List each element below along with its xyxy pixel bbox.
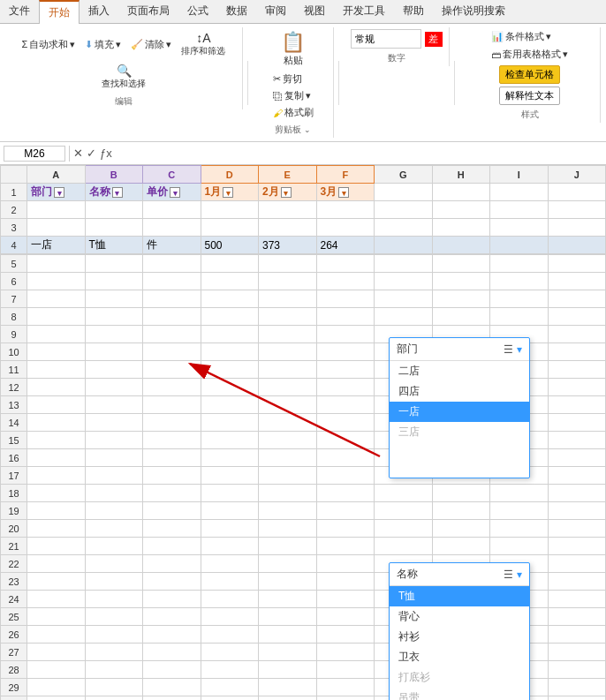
tab-review[interactable]: 审阅 xyxy=(256,0,295,23)
filter-name-item-2[interactable]: 衬衫 xyxy=(390,627,529,647)
cell-G8[interactable] xyxy=(375,308,433,326)
cell-E20[interactable] xyxy=(259,520,317,538)
cell-I4[interactable] xyxy=(490,237,549,254)
cell-F5[interactable] xyxy=(316,255,375,273)
cell-F18[interactable] xyxy=(316,485,375,502)
cell-C25[interactable] xyxy=(143,608,201,626)
cell-C24[interactable] xyxy=(143,591,201,608)
cell-D27[interactable] xyxy=(201,644,259,661)
cell-J2[interactable] xyxy=(548,201,606,219)
cell-B2[interactable] xyxy=(85,201,143,219)
cell-F21[interactable] xyxy=(316,538,375,555)
cell-F28[interactable] xyxy=(316,661,375,679)
cell-J21[interactable] xyxy=(548,538,606,555)
cell-C13[interactable] xyxy=(143,396,201,414)
autosum-button[interactable]: Σ 自动求和 ▾ xyxy=(19,37,80,52)
cell-A14[interactable] xyxy=(27,414,86,432)
cell-H7[interactable] xyxy=(432,290,490,308)
cell-G3[interactable] xyxy=(375,219,433,237)
cell-G2[interactable] xyxy=(375,201,433,219)
cell-J25[interactable] xyxy=(548,608,606,626)
cell-C4[interactable]: 件 xyxy=(143,237,201,254)
tab-formula[interactable]: 公式 xyxy=(178,0,217,23)
cell-F1[interactable]: 3月▾ xyxy=(316,184,375,201)
cell-C5[interactable] xyxy=(143,255,201,273)
cell-I6[interactable] xyxy=(490,273,549,290)
cell-J13[interactable] xyxy=(548,396,606,414)
filter-name-item-0[interactable]: T恤 xyxy=(390,586,529,606)
cell-A21[interactable] xyxy=(27,538,86,555)
cell-B5[interactable] xyxy=(85,255,143,273)
cell-G19[interactable] xyxy=(375,502,433,520)
tab-layout[interactable]: 页面布局 xyxy=(118,0,178,23)
filter-dept-list-icon[interactable]: ☰ xyxy=(504,343,513,356)
cell-B24[interactable] xyxy=(85,591,143,608)
cell-A2[interactable] xyxy=(27,201,86,219)
filter-feb[interactable]: ▾ xyxy=(281,187,292,198)
cell-A8[interactable] xyxy=(27,308,86,326)
cell-C7[interactable] xyxy=(143,290,201,308)
cell-D21[interactable] xyxy=(201,538,259,555)
paste-button[interactable]: 📋 粘贴 xyxy=(277,29,309,69)
cell-J3[interactable] xyxy=(548,219,606,237)
cell-J15[interactable] xyxy=(548,432,606,449)
col-header-A[interactable]: A xyxy=(27,166,86,184)
cell-B15[interactable] xyxy=(85,432,143,449)
cell-E9[interactable] xyxy=(259,326,317,343)
cell-B4[interactable]: T恤 xyxy=(85,237,143,254)
cell-D8[interactable] xyxy=(201,308,259,326)
cell-F22[interactable] xyxy=(316,555,375,573)
cell-B23[interactable] xyxy=(85,573,143,591)
cell-I1[interactable] xyxy=(490,184,549,201)
col-header-F[interactable]: F xyxy=(316,166,375,184)
cut-button[interactable]: ✂ 剪切 xyxy=(269,72,317,87)
cell-H2[interactable] xyxy=(432,201,490,219)
tab-file[interactable]: 文件 xyxy=(0,0,39,23)
cell-D25[interactable] xyxy=(201,608,259,626)
cell-H20[interactable] xyxy=(432,520,490,538)
cell-E29[interactable] xyxy=(259,679,317,696)
cell-B25[interactable] xyxy=(85,608,143,626)
cell-D12[interactable] xyxy=(201,379,259,396)
cell-A25[interactable] xyxy=(27,608,86,626)
cell-E27[interactable] xyxy=(259,644,317,661)
cell-C19[interactable] xyxy=(143,502,201,520)
cell-B19[interactable] xyxy=(85,502,143,520)
cell-C29[interactable] xyxy=(143,679,201,696)
formula-input[interactable] xyxy=(116,147,602,160)
cell-A11[interactable] xyxy=(27,361,86,379)
cell-G4[interactable] xyxy=(375,237,433,254)
cell-C22[interactable] xyxy=(143,555,201,573)
filter-name[interactable]: ▾ xyxy=(112,187,123,198)
cell-I2[interactable] xyxy=(490,201,549,219)
cell-C16[interactable] xyxy=(143,449,201,467)
filter-mar[interactable]: ▾ xyxy=(338,187,349,198)
tab-dev[interactable]: 开发工具 xyxy=(334,0,394,23)
cell-F8[interactable] xyxy=(316,308,375,326)
cell-I20[interactable] xyxy=(490,520,549,538)
cell-J8[interactable] xyxy=(548,308,606,326)
cell-F25[interactable] xyxy=(316,608,375,626)
cell-H5[interactable] xyxy=(432,255,490,273)
cell-D28[interactable] xyxy=(201,661,259,679)
cell-I18[interactable] xyxy=(490,485,549,502)
cell-B29[interactable] xyxy=(85,679,143,696)
cell-B3[interactable] xyxy=(85,219,143,237)
cell-D6[interactable] xyxy=(201,273,259,290)
filter-dept-item-2[interactable]: 一店 xyxy=(390,402,529,422)
cell-D2[interactable] xyxy=(201,201,259,219)
cell-D11[interactable] xyxy=(201,361,259,379)
col-header-J[interactable]: J xyxy=(548,166,606,184)
cell-C1[interactable]: 单价▾ xyxy=(143,184,201,201)
cell-F23[interactable] xyxy=(316,573,375,591)
find-select-button[interactable]: 🔍 查找和选择 xyxy=(98,62,149,92)
cell-F2[interactable] xyxy=(316,201,375,219)
insert-function-icon[interactable]: ƒx xyxy=(100,147,112,160)
cell-D23[interactable] xyxy=(201,573,259,591)
col-header-G[interactable]: G xyxy=(375,166,433,184)
cell-F24[interactable] xyxy=(316,591,375,608)
cell-H8[interactable] xyxy=(432,308,490,326)
cell-C3[interactable] xyxy=(143,219,201,237)
cell-B8[interactable] xyxy=(85,308,143,326)
cell-J5[interactable] xyxy=(548,255,606,273)
